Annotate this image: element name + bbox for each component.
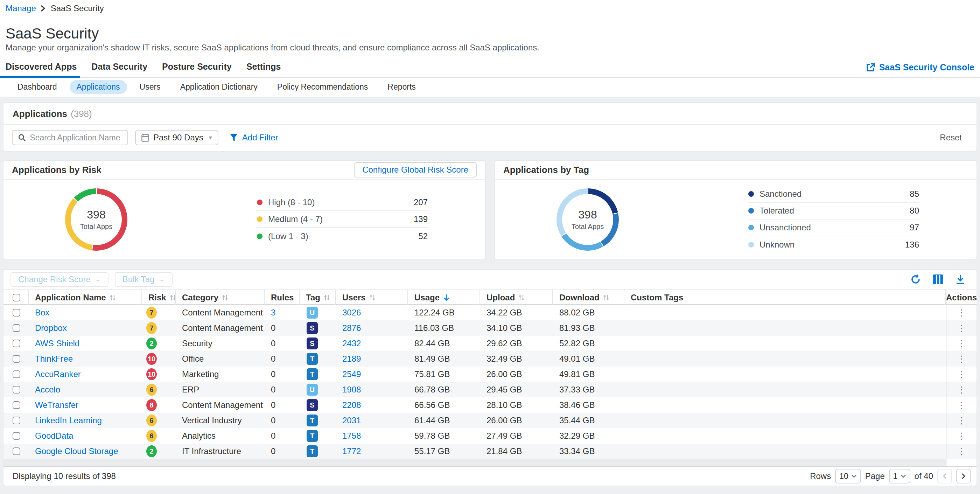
sort-icon[interactable] bbox=[110, 294, 116, 301]
sort-icon[interactable] bbox=[519, 294, 525, 301]
upload-cell: 28.10 GB bbox=[480, 397, 553, 413]
custom-tags-cell bbox=[624, 397, 946, 413]
rules-count[interactable]: 3 bbox=[271, 308, 275, 317]
application-name-link[interactable]: Box bbox=[35, 308, 49, 317]
legend-dot bbox=[748, 225, 754, 230]
application-name-link[interactable]: AccuRanker bbox=[35, 370, 81, 379]
risk-card-title: Applications by Risk bbox=[12, 164, 102, 175]
sort-icon[interactable] bbox=[603, 294, 609, 301]
tab-discovered-apps[interactable]: Discovered Apps bbox=[6, 62, 76, 77]
subtab-applications[interactable]: Applications bbox=[70, 80, 127, 94]
refresh-button[interactable] bbox=[908, 272, 923, 286]
custom-tags-cell bbox=[624, 382, 946, 397]
subtab-dashboard[interactable]: Dashboard bbox=[11, 80, 64, 94]
breadcrumb-manage[interactable]: Manage bbox=[6, 3, 36, 13]
add-filter-button[interactable]: Add Filter bbox=[230, 133, 278, 142]
row-actions-kebab[interactable]: ⋮ bbox=[957, 400, 966, 410]
row-actions-kebab[interactable]: ⋮ bbox=[957, 323, 966, 333]
tag-chip-sanctioned: S bbox=[307, 338, 318, 349]
row-checkbox[interactable] bbox=[13, 401, 20, 409]
application-name-link[interactable]: Dropbox bbox=[35, 323, 67, 333]
column-header-category[interactable]: Category bbox=[176, 290, 265, 305]
users-count-link[interactable]: 2432 bbox=[342, 339, 361, 348]
column-header-custom-tags: Custom Tags bbox=[624, 290, 946, 305]
row-actions-kebab[interactable]: ⋮ bbox=[957, 385, 966, 394]
row-checkbox[interactable] bbox=[13, 386, 20, 394]
application-name-link[interactable]: Accelo bbox=[35, 385, 60, 395]
column-settings-button[interactable] bbox=[931, 272, 945, 286]
scrollbar-track[interactable] bbox=[3, 459, 946, 466]
reset-button[interactable]: Reset bbox=[940, 133, 967, 142]
row-checkbox[interactable] bbox=[13, 355, 20, 363]
row-checkbox[interactable] bbox=[13, 309, 20, 317]
sort-icon[interactable] bbox=[324, 294, 330, 301]
row-actions-kebab[interactable]: ⋮ bbox=[957, 339, 966, 348]
users-count-link[interactable]: 2208 bbox=[342, 400, 361, 410]
column-header-risk[interactable]: Risk bbox=[142, 290, 176, 305]
users-count-link[interactable]: 1772 bbox=[342, 446, 361, 456]
risk-score-badge: 10 bbox=[146, 368, 157, 380]
row-actions-kebab[interactable]: ⋮ bbox=[957, 354, 966, 363]
users-count-link[interactable]: 1908 bbox=[342, 385, 361, 395]
configure-global-risk-score-button[interactable]: Configure Global Risk Score bbox=[354, 162, 477, 177]
tab-data-security[interactable]: Data Security bbox=[91, 62, 147, 77]
rows-per-page-select[interactable]: 10 bbox=[835, 469, 861, 483]
bulk-tag-button[interactable]: Bulk Tag ⌄ bbox=[115, 272, 173, 287]
category-cell: Marketing bbox=[176, 367, 265, 382]
application-name-link[interactable]: GoodData bbox=[35, 431, 73, 441]
legend-item-tolerated: Tolerated80 bbox=[748, 203, 919, 220]
row-checkbox[interactable] bbox=[13, 324, 20, 332]
row-actions-kebab[interactable]: ⋮ bbox=[957, 431, 966, 440]
search-application-input[interactable] bbox=[12, 130, 128, 145]
application-name-link[interactable]: LinkedIn Learning bbox=[35, 416, 102, 425]
next-page-button[interactable] bbox=[956, 469, 971, 483]
users-count-link[interactable]: 2031 bbox=[342, 416, 361, 425]
row-actions-kebab[interactable]: ⋮ bbox=[957, 370, 966, 379]
users-count-link[interactable]: 2876 bbox=[342, 323, 361, 333]
sort-icon[interactable] bbox=[369, 294, 375, 301]
application-name-link[interactable]: Google Cloud Storage bbox=[35, 446, 118, 456]
users-count-link[interactable]: 3026 bbox=[342, 308, 361, 317]
change-risk-score-button[interactable]: Change Risk Score ⌄ bbox=[11, 272, 108, 287]
page-select[interactable]: 1 bbox=[889, 469, 910, 483]
sort-icon[interactable] bbox=[222, 294, 228, 301]
row-actions-kebab[interactable]: ⋮ bbox=[957, 447, 966, 456]
results-summary: Displaying 10 results of 398 bbox=[13, 471, 116, 481]
sort-icon[interactable] bbox=[170, 294, 176, 301]
subtab-reports[interactable]: Reports bbox=[380, 80, 423, 94]
date-range-select[interactable]: Past 90 Days ▾ bbox=[135, 130, 218, 145]
row-checkbox[interactable] bbox=[13, 432, 20, 440]
users-count-link[interactable]: 1758 bbox=[342, 431, 361, 441]
category-cell: IT Infrastructure bbox=[176, 444, 265, 459]
row-checkbox[interactable] bbox=[13, 339, 20, 347]
row-actions-kebab[interactable]: ⋮ bbox=[957, 416, 966, 425]
column-header-usage[interactable]: Usage bbox=[408, 290, 480, 305]
saas-security-console-link[interactable]: SaaS Security Console bbox=[866, 62, 974, 77]
application-name-link[interactable]: ThinkFree bbox=[35, 354, 73, 364]
column-header-tag[interactable]: Tag bbox=[300, 290, 336, 305]
users-count-link[interactable]: 2189 bbox=[342, 354, 361, 364]
row-actions-kebab[interactable]: ⋮ bbox=[957, 308, 966, 317]
subtab-policy-recommendations[interactable]: Policy Recommendations bbox=[270, 80, 375, 94]
column-header-application-name[interactable]: Application Name bbox=[29, 290, 142, 305]
application-name-link[interactable]: WeTransfer bbox=[35, 400, 78, 410]
horizontal-scrollbar[interactable] bbox=[3, 459, 977, 466]
row-checkbox[interactable] bbox=[13, 417, 20, 424]
row-checkbox[interactable] bbox=[13, 370, 20, 378]
users-count-link[interactable]: 2549 bbox=[342, 370, 361, 379]
download-button[interactable] bbox=[953, 272, 967, 286]
column-header-upload[interactable]: Upload bbox=[480, 290, 553, 305]
application-name-link[interactable]: AWS Shield bbox=[35, 339, 80, 348]
subtab-application-dictionary[interactable]: Application Dictionary bbox=[173, 80, 265, 94]
subtab-users[interactable]: Users bbox=[133, 80, 168, 94]
previous-page-button[interactable] bbox=[937, 469, 952, 483]
usage-cell: 66.56 GB bbox=[408, 397, 480, 413]
main-tabs: Discovered AppsData SecurityPosture Secu… bbox=[0, 62, 980, 78]
tab-posture-security[interactable]: Posture Security bbox=[162, 62, 232, 77]
column-header-download[interactable]: Download bbox=[553, 290, 624, 305]
tab-settings[interactable]: Settings bbox=[247, 62, 281, 77]
select-all-checkbox[interactable] bbox=[13, 294, 20, 301]
sort-desc-icon[interactable] bbox=[443, 294, 450, 301]
column-header-users[interactable]: Users bbox=[336, 290, 408, 305]
row-checkbox[interactable] bbox=[13, 448, 20, 455]
